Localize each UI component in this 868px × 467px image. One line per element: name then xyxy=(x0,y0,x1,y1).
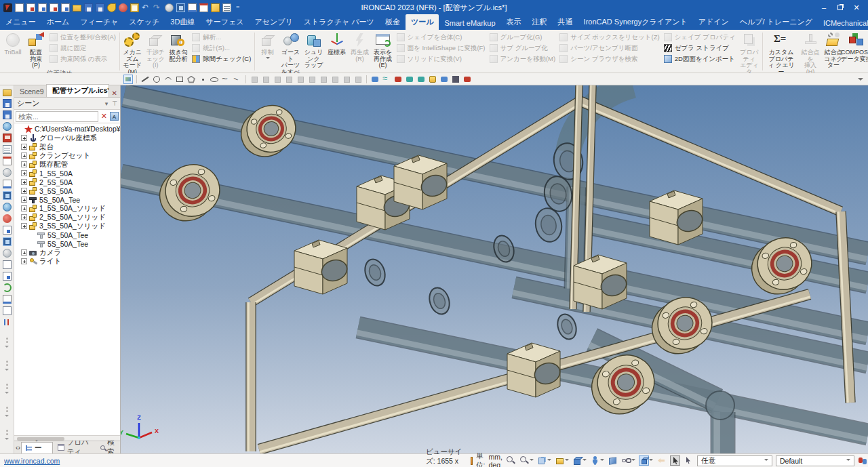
panel-pin-icon[interactable]: ⊤ xyxy=(112,100,117,107)
ribbon-small-隙間チェック(C)[interactable]: 隙間チェック(C) xyxy=(190,54,253,64)
tree-expander-icon[interactable] xyxy=(21,153,27,159)
catalog-icon[interactable] xyxy=(61,3,70,12)
save-icon[interactable] xyxy=(3,99,12,108)
render-mode-icon[interactable] xyxy=(572,455,583,466)
bottom-tab-プロパティ[interactable]: プロパティ xyxy=(54,442,96,453)
save-icon[interactable] xyxy=(84,3,93,12)
colored-balls-icon[interactable] xyxy=(3,214,12,223)
dock-flyout-handle-1[interactable] xyxy=(5,338,9,350)
open-folder-icon[interactable] xyxy=(3,89,12,96)
tree-item-2_5S_50A[interactable]: 2_5S_50A xyxy=(14,178,120,186)
close-button[interactable]: ✕ xyxy=(849,1,864,14)
redo-icon[interactable] xyxy=(153,3,162,12)
tree-horizontal-scrollbar[interactable] xyxy=(14,435,120,441)
dropdown-caret-icon[interactable] xyxy=(649,459,653,463)
ribbon-button-結合点を[interactable]: 結合点を 挿入(H) xyxy=(799,31,822,75)
gray-ball-icon[interactable] xyxy=(3,249,12,258)
tree-search-input[interactable] xyxy=(16,111,98,122)
ribbon-button-再生成(R)[interactable]: 再生成(R) xyxy=(349,31,372,62)
filter-icon[interactable]: A xyxy=(110,112,119,121)
ribbon-small-パーツ/アセンブリ断面[interactable]: パーツ/アセンブリ断面 xyxy=(557,43,661,54)
sketch-image-icon[interactable] xyxy=(123,75,133,84)
dimension-tool-icon[interactable] xyxy=(319,75,328,84)
qat-overflow-icon[interactable] xyxy=(234,3,243,12)
magnify-tool-icon[interactable] xyxy=(353,75,363,84)
picture-icon[interactable] xyxy=(3,237,12,246)
sort-icon[interactable] xyxy=(3,318,12,327)
perspective-icon[interactable] xyxy=(608,455,618,466)
display-icon[interactable] xyxy=(199,3,208,12)
tree-item-カメラ[interactable]: カメラ xyxy=(14,248,120,257)
tree-item-5S_50A_Tee[interactable]: 5S_50A_Tee xyxy=(14,195,120,204)
doc-tab-1[interactable]: Scene9 xyxy=(14,86,46,97)
sphere-icon[interactable] xyxy=(165,3,174,12)
minimize-button[interactable]: – xyxy=(816,1,831,14)
import-icon[interactable] xyxy=(38,3,47,12)
menu-tab-8[interactable]: ストラクチャ パーツ xyxy=(298,14,380,30)
viewport-canvas[interactable]: ZXY xyxy=(121,85,868,453)
bend-tool-icon[interactable] xyxy=(416,75,426,84)
spline-tool-icon[interactable] xyxy=(221,75,231,84)
dropdown-caret-icon[interactable] xyxy=(631,459,635,463)
menu-tab-4[interactable]: スケッチ xyxy=(123,14,165,30)
snap-tool-icon[interactable] xyxy=(451,75,460,84)
tree-expander-icon[interactable] xyxy=(21,249,27,256)
ribbon-button-抑制[interactable]: 抑制 xyxy=(256,31,279,61)
material-icon[interactable] xyxy=(3,203,12,211)
valve-tool-icon[interactable] xyxy=(393,75,403,84)
cursor-icon[interactable] xyxy=(684,455,694,466)
table-icon[interactable] xyxy=(222,3,231,12)
doc-blue-icon[interactable] xyxy=(3,272,12,281)
tree-expander-icon[interactable] xyxy=(21,135,27,141)
save-copy-icon[interactable] xyxy=(3,110,12,119)
menu-tab-18[interactable]: ICMechanical xyxy=(818,16,868,30)
viewport-3d[interactable]: ZXY xyxy=(121,85,868,453)
scene-browser-icon[interactable] xyxy=(3,180,12,188)
offset-tool-icon[interactable] xyxy=(284,75,294,84)
open-folder-icon[interactable] xyxy=(73,5,81,12)
arc-tool-icon[interactable] xyxy=(163,75,173,84)
bottom-tab-検索[interactable]: 検索 xyxy=(96,442,120,453)
style-brush-icon[interactable] xyxy=(107,3,116,12)
menu-tab-1[interactable]: メニュー xyxy=(0,14,41,30)
tree-item-2_5S_50A_ソリッド[interactable]: 2_5S_50A_ソリッド xyxy=(14,213,120,222)
menu-tab-16[interactable]: アドイン xyxy=(693,14,734,30)
ribbon-button-干渉チェック(I)[interactable]: 干渉チェック(I) xyxy=(144,31,167,69)
menu-tab-7[interactable]: アセンブリ xyxy=(249,14,298,30)
menu-tab-12[interactable]: 表示 xyxy=(501,14,527,30)
coordinate-filter-combo[interactable]: 任意 xyxy=(697,455,772,466)
tree-expander-icon[interactable] xyxy=(21,258,27,264)
doc-gray-icon[interactable] xyxy=(3,260,12,269)
menu-tab-11[interactable]: Smart eMarkup xyxy=(439,16,500,30)
render-icon[interactable] xyxy=(3,134,12,142)
regen-green-icon[interactable] xyxy=(3,283,12,292)
tree-root-item[interactable]: C:¥Users¥a-mat¥Desktop¥API展示会セッ xyxy=(14,125,120,134)
doc-tab-close-icon[interactable]: ✕ xyxy=(109,89,120,97)
tree-item-5S_50A_Tee[interactable]: 5S_50A_Tee xyxy=(14,230,120,239)
undo-icon[interactable] xyxy=(142,3,151,12)
ribbon-small-シーン ブラウザを検索[interactable]: シーン ブラウザを検索 xyxy=(557,54,661,64)
ribbon-small-サイズ ボックスをリセット(Z)[interactable]: サイズ ボックスをリセット(Z) xyxy=(557,32,661,43)
window-gray-icon[interactable] xyxy=(3,295,12,304)
ribbon-button-TriBall[interactable]: TriBall xyxy=(1,31,24,56)
toolbar-overflow-icon[interactable] xyxy=(856,75,865,84)
web-publish-icon[interactable] xyxy=(3,122,12,131)
view-cube-icon[interactable] xyxy=(639,455,649,466)
project-tool-icon[interactable] xyxy=(273,75,282,84)
named-views-icon[interactable] xyxy=(537,455,547,466)
sheet-icon[interactable] xyxy=(3,306,12,315)
ribbon-small-シェイプを合体(C)[interactable]: シェイプを合体(C) xyxy=(395,32,488,43)
curve-red-tool-icon[interactable] xyxy=(462,75,472,84)
tree-item-3_5S_50A[interactable]: 3_5S_50A xyxy=(14,186,120,195)
ribbon-small-サブ グループ化[interactable]: サブ グループ化 xyxy=(488,43,558,54)
pin-icon[interactable] xyxy=(119,3,127,12)
ribbon-button-プロパティ[interactable]: プロパティ エディタ xyxy=(738,31,761,75)
tree-expander-icon[interactable] xyxy=(21,170,27,176)
zoom-out-icon[interactable] xyxy=(519,455,530,466)
menu-tab-13[interactable]: 注釈 xyxy=(527,14,553,30)
tree-item-既存配管[interactable]: 既存配管 xyxy=(14,160,120,169)
measure-tool-icon[interactable] xyxy=(342,75,351,84)
dropdown-caret-icon[interactable] xyxy=(583,459,587,463)
ribbon-button-COMPOSE[interactable]: COMPOSE データ変換 xyxy=(845,31,868,62)
ellipse-tool-icon[interactable] xyxy=(210,75,219,84)
